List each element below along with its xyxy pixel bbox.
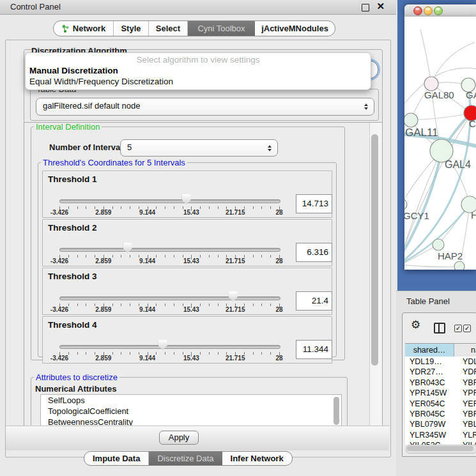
list-scrollbar-thumb[interactable]: [334, 397, 339, 425]
dropdown-prompt: Select algorithm to view settings: [29, 55, 367, 66]
table-row[interactable]: YER054CYER0: [405, 399, 476, 409]
tick-mark: [209, 255, 210, 257]
table-row[interactable]: YBL079WYBL0: [405, 419, 476, 429]
tick-mark: [270, 206, 271, 209]
numerical-attributes-list: SelfLoopsTopologicalCoefficientBetweenne…: [40, 394, 342, 427]
network-desktop: GAL80GACGAL11GAL4GCY1HHAP2: [397, 0, 476, 291]
threshold-value-field[interactable]: 21.4: [296, 291, 332, 311]
tick-mark: [130, 303, 130, 306]
tab-infer-network[interactable]: Infer Network: [222, 452, 292, 465]
network-node-node[interactable]: [454, 261, 464, 270]
cell-name: YBL0: [458, 419, 476, 429]
tick-label: 2.859: [95, 355, 111, 362]
table-row[interactable]: YBR045CYBR0: [405, 409, 476, 419]
list-item[interactable]: SelfLoops: [41, 395, 341, 406]
threshold-panel-1: Threshold 1-3.4262.8599.14415.4321.71528…: [42, 171, 332, 218]
control-panel-titlebar: Control Panel ✕: [0, 0, 396, 15]
tick-mark: [165, 255, 165, 257]
tick-mark: [261, 352, 262, 355]
tick-mark: [270, 352, 271, 355]
dropdown-option-equal-width-frequency[interactable]: Equal Width/Frequency Discretization: [29, 77, 367, 88]
network-node-gcy1[interactable]: [404, 199, 407, 210]
tick-mark: [156, 352, 157, 355]
tick-mark: [130, 255, 130, 257]
mac-zoom-icon[interactable]: [434, 6, 443, 15]
cell-name: YIL0: [458, 440, 476, 445]
number-of-intervals-label: Number of Intervals: [49, 142, 127, 152]
threshold-value-field[interactable]: 14.713: [296, 194, 332, 213]
tab-jactivemnodules[interactable]: jActiveMNodules: [255, 21, 335, 36]
network-tab-icon: [61, 24, 70, 33]
vertical-scrollbar-thumb[interactable]: [371, 134, 378, 365]
cell-name: YDR2: [458, 367, 476, 377]
table-row[interactable]: YIL052CYIL0: [405, 440, 476, 445]
network-node-hap2[interactable]: [433, 239, 444, 250]
cell-shared-name: YIL052C: [405, 440, 458, 445]
network-edge: [404, 265, 459, 267]
tick-mark: [112, 255, 113, 257]
tick-mark: [174, 255, 174, 257]
tab-cyni-toolbox[interactable]: Cyni Toolbox: [188, 21, 255, 36]
threshold-value-field[interactable]: 11.344: [296, 340, 332, 359]
network-view[interactable]: GAL80GACGAL11GAL4GCY1HHAP2: [404, 17, 476, 270]
tick-label: 15.43: [183, 257, 199, 265]
cell-shared-name: YDL19…: [405, 357, 458, 367]
mac-close-icon[interactable]: [413, 6, 422, 15]
tick-mark: [112, 352, 113, 355]
tick-mark: [253, 352, 254, 355]
slider-tick-area: [59, 171, 279, 217]
network-node-gal11[interactable]: [404, 113, 418, 127]
slider-tick-area: [59, 220, 279, 266]
columns-icon[interactable]: [434, 323, 445, 334]
tick-mark: [270, 255, 271, 257]
vertical-scrollbar[interactable]: [369, 123, 383, 426]
table-panel-window: ⚙ ✓ ✓ shared… name YDL19…YDL1YDR27…YDR2Y…: [402, 312, 476, 457]
tick-label: 9.144: [139, 209, 155, 216]
network-edge: [404, 87, 470, 263]
checkbox-icon[interactable]: ✓: [454, 325, 462, 332]
tab-network[interactable]: Network: [54, 21, 114, 36]
table-row[interactable]: YDL19…YDL1: [405, 357, 476, 367]
tick-mark: [218, 206, 219, 209]
table-row[interactable]: YPR145WYPR1: [405, 388, 476, 398]
threshold-value-field[interactable]: 6.316: [296, 243, 332, 262]
table-body: YDL19…YDL1YDR27…YDR2YBR043CYBR0YPR145WYP…: [405, 357, 476, 445]
network-node-gal80[interactable]: [424, 77, 438, 91]
mac-minimize-icon[interactable]: [424, 6, 433, 15]
checkbox-icon[interactable]: ✓: [463, 325, 471, 332]
table-row[interactable]: YBR043CYBR0: [405, 378, 476, 388]
tab-select[interactable]: Select: [149, 21, 188, 36]
number-of-intervals-value: 5: [127, 142, 132, 152]
table-data-combobox[interactable]: galFiltered.sif default node: [36, 98, 374, 116]
dropdown-option-manual-discretization[interactable]: Manual Discretization: [29, 66, 367, 77]
tab-impute-data[interactable]: Impute Data: [84, 452, 149, 465]
combo-spinner-icon: [268, 145, 272, 151]
interval-definition-group: Interval Definition Number of Intervals …: [31, 127, 345, 360]
tick-label: 15.43: [183, 355, 199, 362]
tab-style[interactable]: Style: [114, 21, 149, 36]
column-header-shared-name[interactable]: shared…: [405, 344, 454, 357]
tick-mark: [156, 206, 157, 209]
table-row[interactable]: YLR345WYLR3: [405, 430, 476, 440]
gear-icon[interactable]: ⚙: [411, 319, 420, 330]
cell-shared-name: YBR043C: [405, 378, 458, 388]
tick-mark: [77, 303, 78, 306]
close-icon[interactable]: ✕: [376, 1, 385, 12]
table-row[interactable]: YDR27…YDR2: [405, 367, 476, 377]
tick-mark: [86, 303, 86, 306]
horizontal-scrollbar-thumb[interactable]: [407, 446, 473, 451]
tab-discretize-data[interactable]: Discretize Data: [149, 452, 222, 465]
table-data-group: Table Data galFiltered.sif default node: [30, 89, 379, 121]
right-side: GAL80GACGAL11GAL4GCY1HHAP2 Table Panel ⚙…: [396, 0, 476, 476]
column-header-name[interactable]: name: [454, 344, 476, 357]
apply-button[interactable]: Apply: [159, 431, 199, 445]
tab-network-label: Network: [73, 24, 105, 33]
number-of-intervals-combobox[interactable]: 5: [120, 139, 278, 157]
tab-jactivemnodules-label: jActiveMNodules: [261, 24, 328, 33]
network-window-titlebar[interactable]: [404, 4, 476, 17]
tick-mark: [270, 303, 271, 306]
list-item[interactable]: TopologicalCoefficient: [41, 406, 341, 417]
float-window-icon[interactable]: [362, 4, 369, 12]
horizontal-scrollbar[interactable]: [406, 445, 476, 454]
tick-mark: [200, 303, 201, 306]
